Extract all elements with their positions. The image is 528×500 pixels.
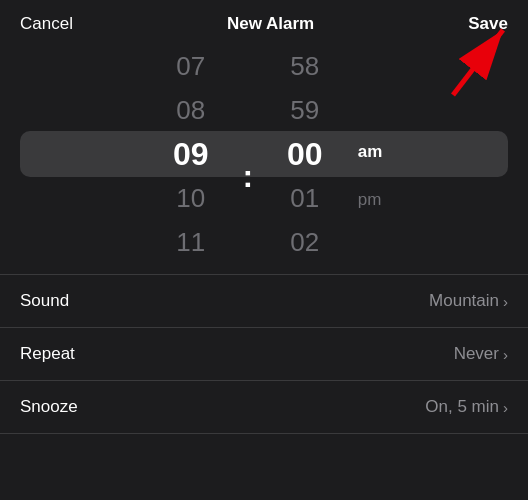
minute-58[interactable]: 58 — [260, 44, 350, 88]
snooze-value-text: On, 5 min — [425, 397, 499, 417]
sound-chevron-icon: › — [503, 293, 508, 310]
minute-00-selected[interactable]: 00 — [260, 132, 350, 176]
ampm-column[interactable]: am pm — [350, 130, 383, 222]
ampm-am[interactable]: am — [358, 130, 383, 174]
page-title: New Alarm — [227, 14, 314, 34]
hour-11[interactable]: 11 — [146, 220, 236, 264]
time-picker: 07 08 09 10 11 : 58 59 00 01 02 am pm — [0, 44, 528, 264]
sound-setting[interactable]: Sound Mountain › — [0, 275, 528, 328]
snooze-value: On, 5 min › — [425, 397, 508, 417]
header: Cancel New Alarm Save — [0, 0, 528, 44]
repeat-chevron-icon: › — [503, 346, 508, 363]
hour-07[interactable]: 07 — [146, 44, 236, 88]
minute-01[interactable]: 01 — [260, 176, 350, 220]
time-columns: 07 08 09 10 11 : 58 59 00 01 02 am pm — [0, 44, 528, 264]
hours-column[interactable]: 07 08 09 10 11 — [146, 44, 236, 264]
snooze-chevron-icon: › — [503, 399, 508, 416]
minute-02[interactable]: 02 — [260, 220, 350, 264]
hour-08[interactable]: 08 — [146, 88, 236, 132]
repeat-value-text: Never — [454, 344, 499, 364]
snooze-setting[interactable]: Snooze On, 5 min › — [0, 381, 528, 434]
minutes-column[interactable]: 58 59 00 01 02 — [260, 44, 350, 264]
hour-09-selected[interactable]: 09 — [146, 132, 236, 176]
cancel-button[interactable]: Cancel — [20, 14, 73, 34]
settings-list: Sound Mountain › Repeat Never › Snooze O… — [0, 274, 528, 434]
hour-10[interactable]: 10 — [146, 176, 236, 220]
ampm-pm[interactable]: pm — [358, 178, 382, 222]
minute-59[interactable]: 59 — [260, 88, 350, 132]
snooze-label: Snooze — [20, 397, 78, 417]
repeat-setting[interactable]: Repeat Never › — [0, 328, 528, 381]
sound-value: Mountain › — [429, 291, 508, 311]
save-button[interactable]: Save — [468, 14, 508, 34]
sound-value-text: Mountain — [429, 291, 499, 311]
sound-label: Sound — [20, 291, 69, 311]
repeat-label: Repeat — [20, 344, 75, 364]
colon-separator: : — [236, 154, 260, 198]
repeat-value: Never › — [454, 344, 508, 364]
